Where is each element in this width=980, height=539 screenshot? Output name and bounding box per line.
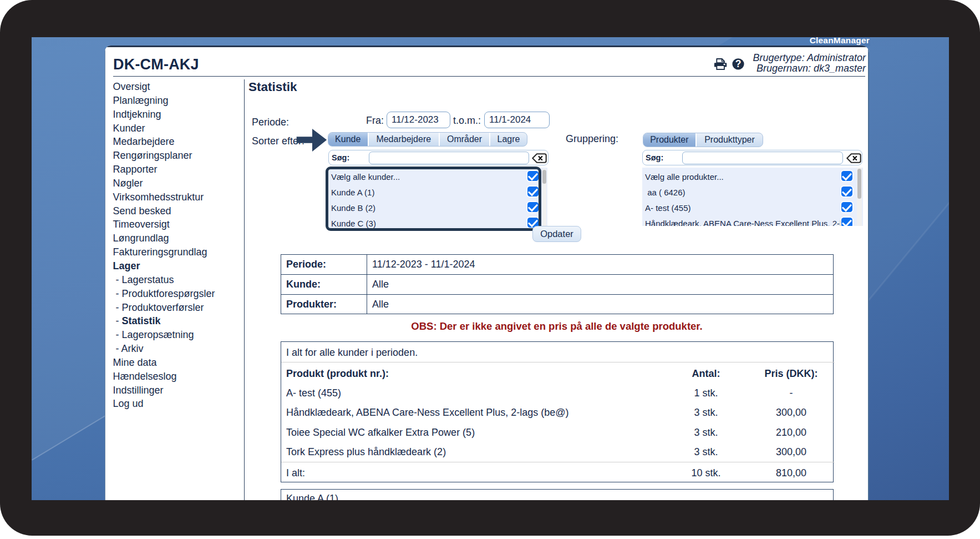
svg-text:?: ?: [735, 58, 741, 69]
